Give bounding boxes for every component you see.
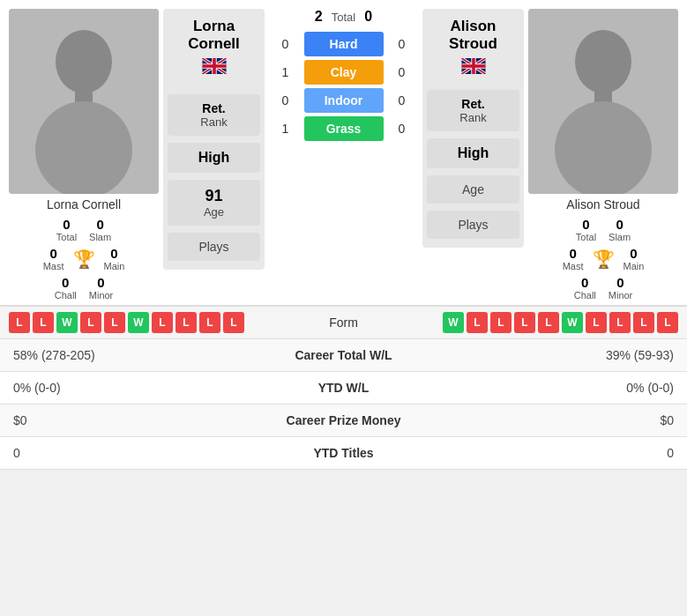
totals-row: 2 Total 0 [315,9,372,25]
player2-plays-label: Plays [430,218,516,232]
player2-trophy-icon: 🏆 [593,249,615,270]
player2-minor-block: 0 Minor [609,275,633,301]
indoor-button[interactable]: Indoor [304,88,384,113]
player2-chall: 0 [574,275,596,290]
surface-row-indoor: 0 Indoor 0 [273,88,415,113]
player2-form-badge: L [538,312,559,333]
player2-slam-block: 0 Slam [609,217,631,242]
bottom-stats-table: 58% (278-205)Career Total W/L39% (59-93)… [0,339,687,470]
surface-row-clay: 1 Clay 0 [273,60,415,85]
stat-center-label: YTD W/L [227,372,460,404]
form-label: Form [309,315,379,330]
player1-form-badge: W [56,312,78,333]
player1-name-top: LornaCornell [188,18,240,54]
player1-minor: 0 [89,275,114,290]
grass-right-val: 0 [389,122,415,136]
hard-right-val: 0 [389,37,415,51]
player1-slam: 0 [89,217,111,232]
form-section: LLWLLWLLLL Form WLLLLWLLLL [0,306,687,338]
player2-total: 0 [576,217,596,232]
surface-row-hard: 0 Hard 0 [273,32,415,56]
player1-age-label: Age [171,205,257,219]
total-left: 2 [315,9,323,25]
player2-age-box: Age [427,175,519,204]
player2-main-block: 0 Main [624,246,645,271]
player1-flag [188,58,240,78]
player2-high-label: High [430,145,516,161]
stats-row: 58% (278-205)Career Total W/L39% (59-93) [0,339,687,372]
player1-form-badge: L [80,312,101,333]
stat-left-value: 58% (278-205) [0,339,227,372]
player2-form-badge: L [657,312,678,333]
player1-total: 0 [56,217,77,232]
player1-age-value: 91 [171,187,257,205]
player2-slam-label: Slam [609,232,631,242]
clay-right-val: 0 [389,65,415,79]
stats-row: 0% (0-0)YTD W/L0% (0-0) [0,372,687,404]
player1-minor-label: Minor [89,290,114,301]
player2-form-badge: L [490,312,512,333]
player2-minor-label: Minor [609,290,633,301]
player1-name-flag: LornaCornell [188,18,240,83]
stat-center-label: Career Total W/L [227,339,460,372]
player2-form-badge: L [586,312,607,333]
stat-left-value: 0 [0,437,227,470]
player2-name-bottom: Alison Stroud [566,197,639,212]
player2-form-badge: W [443,312,464,333]
player2-flag [427,58,519,78]
stat-right-value: 0% (0-0) [460,372,687,404]
player2-plays-box: Plays [427,211,519,239]
player2-mast-block: 0 Mast [563,246,584,271]
player1-form-badges: LLWLLWLLLL [9,312,304,333]
svg-rect-21 [461,64,485,68]
player1-form-badge: L [104,312,125,333]
player1-slam-label: Slam [89,232,111,242]
player1-age-box: 91 Age [168,180,260,226]
player1-form-badge: L [175,312,197,333]
clay-left-val: 1 [273,65,299,79]
player2-high-box: High [427,138,519,168]
player2-photo [528,9,678,194]
hard-button[interactable]: Hard [304,32,384,56]
stat-right-value: 0 [460,437,687,470]
player1-ret-label: Ret. [171,101,257,115]
player2-main: 0 [624,246,645,261]
player2-ret-rank-box: Ret. Rank [427,90,519,131]
stat-center-label: YTD Titles [227,437,460,470]
stat-right-value: $0 [460,404,687,437]
player2-chall-block: 0 Chall [574,275,596,301]
player1-mast: 0 [43,246,64,261]
player1-mast-block: 0 Mast [43,246,64,271]
player1-mast-label: Mast [43,261,64,271]
player2-stat-box: Alison Stroud [422,9,524,248]
stat-right-value: 39% (59-93) [460,339,687,372]
player2-age-label: Age [430,182,516,197]
hard-left-val: 0 [273,37,299,51]
player2-form-badge: L [633,312,654,333]
player2-main-label: Main [624,261,645,271]
grass-button[interactable]: Grass [304,116,384,141]
player2-name-flag: Alison Stroud [427,18,519,83]
player2-form-badge: L [467,312,488,333]
svg-rect-12 [202,64,226,68]
grass-left-val: 1 [273,122,299,136]
clay-button[interactable]: Clay [304,60,384,85]
player2-name-top: Alison Stroud [427,18,519,54]
player1-block: Lorna Cornell 0 Total 0 Slam 0 Mast 🏆 [9,9,159,301]
player2-rank-sub: Rank [430,111,516,124]
player1-minor-block: 0 Minor [89,275,114,301]
player1-high-box: High [168,143,260,173]
svg-point-3 [35,101,132,194]
player1-high-label: High [171,150,257,166]
stat-left-value: 0% (0-0) [0,372,227,404]
stats-row: 0YTD Titles0 [0,437,687,470]
player1-chall-block: 0 Chall [55,275,77,301]
player2-form-badges: WLLLLWLLLL [384,312,679,333]
player1-ret-rank-box: Ret. Rank [168,94,260,136]
indoor-right-val: 0 [389,93,415,108]
player1-total-block: 0 Total [56,217,77,242]
player1-plays-box: Plays [168,233,260,261]
player1-form-badge: L [9,312,30,333]
player1-form-badge: L [152,312,173,333]
player1-main-label: Main [104,261,125,271]
